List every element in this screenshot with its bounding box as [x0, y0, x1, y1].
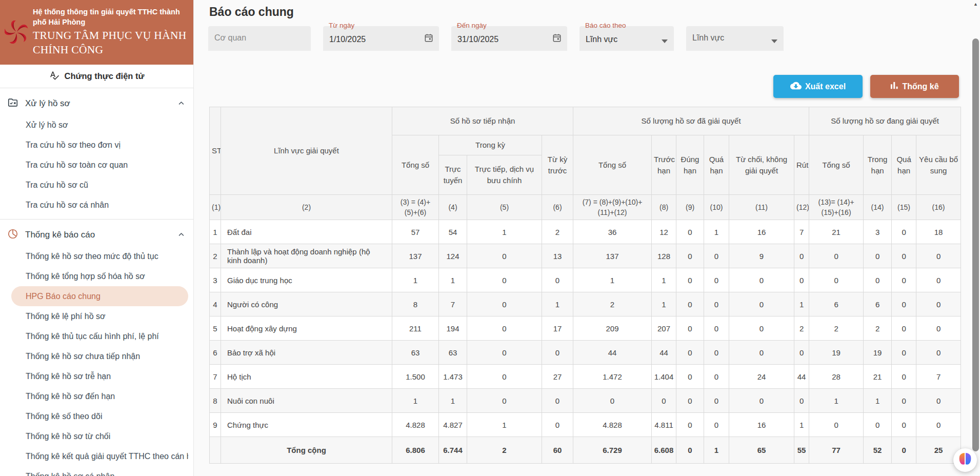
col-header-truoc-han: Trước hạn: [652, 135, 676, 195]
co-quan-input[interactable]: Cơ quan: [208, 26, 311, 51]
sidebar-item[interactable]: Thống kê thủ tục cấu hình phí, lệ phí: [11, 326, 188, 346]
column-number: (1): [210, 195, 221, 220]
sidebar-item[interactable]: Thống kê kết quả giải quyết TTHC theo cá…: [11, 446, 188, 466]
value-cell: 8: [392, 292, 439, 316]
value-cell: 63: [439, 341, 467, 365]
section-header-xu-ly-ho-so[interactable]: Xử lý hồ sơ: [0, 92, 193, 115]
sidebar-item[interactable]: Thống kê hồ sơ trễ hạn: [11, 366, 188, 386]
table-row: 9Chứng thực4.8284.827104.8284.8110016100…: [210, 413, 961, 437]
value-cell: 6: [864, 292, 892, 316]
value-cell: 0: [729, 316, 794, 341]
value-cell: 0: [704, 268, 729, 292]
table-row: 4Người có công87012100016600: [210, 292, 961, 316]
sidebar-item[interactable]: Thống kê lệ phí hồ sơ: [11, 306, 188, 326]
sidebar-header: Hệ thống thông tin giải quyết TTHC thành…: [0, 0, 193, 65]
sidebar-item[interactable]: Thống kê số theo dõi: [11, 406, 188, 426]
sidebar-item[interactable]: Tra cứu hồ sơ cũ: [11, 175, 188, 195]
bao-cao-theo-select[interactable]: Báo cáo theo Lĩnh vực: [579, 26, 674, 51]
value-cell: 0: [916, 413, 961, 437]
value-cell: 207: [652, 316, 676, 341]
sidebar-item[interactable]: Thống kê hồ sơ chưa tiếp nhận: [11, 346, 188, 366]
value-cell: 1: [573, 268, 652, 292]
main-content: Báo cáo chung Cơ quan Từ ngày 1/10/2025 …: [194, 0, 980, 476]
value-cell: 0: [573, 389, 652, 413]
sidebar-item[interactable]: Tra cứu hồ sơ toàn cơ quan: [11, 155, 188, 175]
value-cell: 44: [652, 341, 676, 365]
value-cell: 0: [794, 389, 809, 413]
total-value-cell: 6.744: [439, 437, 467, 464]
total-value-cell: 0: [892, 437, 916, 464]
value-cell: 0: [542, 268, 573, 292]
row-index-cell: 6: [210, 341, 221, 365]
export-excel-button[interactable]: Xuất excel: [773, 75, 863, 98]
table-row: 3Giáo dục trung học11001100000000: [210, 268, 961, 292]
chevron-up-icon[interactable]: [177, 100, 185, 110]
statistics-label: Thống kê: [902, 82, 938, 91]
row-index-cell: 2: [210, 244, 221, 268]
value-cell: 0: [892, 341, 916, 365]
sidebar-item[interactable]: Thống kê hồ sơ từ chối: [11, 426, 188, 446]
column-number: (4): [439, 195, 467, 220]
value-cell: 0: [916, 244, 961, 268]
value-cell: 0: [892, 292, 916, 316]
tu-ngay-datepicker[interactable]: Từ ngày 1/10/2025: [323, 26, 439, 51]
value-cell: 0: [676, 341, 704, 365]
col-header-tong-so: Tổng số: [573, 135, 652, 195]
total-value-cell: 6.806: [392, 437, 439, 464]
sidebar-item[interactable]: HPG Báo cáo chung: [11, 286, 188, 306]
calendar-icon[interactable]: [424, 33, 434, 45]
value-cell: 0: [467, 292, 542, 316]
value-cell: 0: [809, 268, 864, 292]
table-row: 6Bảo trợ xã hội63630044440000191900: [210, 341, 961, 365]
tu-ngay-value: 1/10/2025: [329, 35, 366, 44]
value-cell: 128: [652, 244, 676, 268]
den-ngay-datepicker[interactable]: Đến ngày 31/10/2025: [451, 26, 567, 51]
digital-cert-link[interactable]: Chứng thực điện tử: [0, 65, 193, 88]
bao-cao-theo-label: Báo cáo theo: [585, 22, 626, 29]
value-cell: 0: [704, 292, 729, 316]
sidebar-item[interactable]: Xử lý hồ sơ: [11, 115, 188, 135]
total-row: Tổng cộng6.8066.7442606.7296.60801655577…: [210, 437, 961, 464]
chevron-up-icon[interactable]: [177, 231, 185, 241]
total-value-cell: 77: [809, 437, 864, 464]
vertical-scrollbar[interactable]: ▲: [971, 0, 980, 476]
total-value-cell: 60: [542, 437, 573, 464]
col-header-tong-so: Tổng số: [809, 135, 864, 195]
value-cell: 0: [864, 244, 892, 268]
assistant-launcher[interactable]: [953, 448, 977, 472]
sidebar-item[interactable]: Thống kê hồ sơ cá nhân: [11, 466, 188, 476]
value-cell: 4.828: [573, 413, 652, 437]
sidebar-item[interactable]: Thống kê tổng hợp số hóa hồ sơ: [11, 266, 188, 286]
calendar-icon[interactable]: [552, 33, 562, 45]
linh-vuc-select[interactable]: Lĩnh vực: [686, 26, 784, 51]
value-cell: 2: [573, 292, 652, 316]
value-cell: 0: [794, 244, 809, 268]
sidebar-item[interactable]: Tra cứu hồ sơ theo đơn vị: [11, 135, 188, 155]
sidebar-item[interactable]: Thống kê hồ sơ theo mức độ thủ tục: [11, 246, 188, 266]
sidebar-item[interactable]: Thống kê hồ sơ đến hạn: [11, 386, 188, 406]
value-cell: 16: [729, 220, 794, 244]
total-value-cell: 0: [676, 437, 704, 464]
pie-chart-icon: [7, 228, 18, 242]
col-header-linh-vuc: Lĩnh vực giải quyết: [221, 107, 392, 195]
column-number: (13)= (14)+(15)+(16): [809, 195, 864, 220]
sidebar-item[interactable]: Tra cứu hồ sơ cá nhân: [11, 195, 188, 215]
value-cell: 0: [729, 389, 794, 413]
value-cell: 1.473: [439, 365, 467, 389]
value-cell: 0: [916, 389, 961, 413]
chevron-down-icon: [662, 36, 668, 46]
col-header-trong-han: Trong hạn: [864, 135, 892, 195]
value-cell: 1: [704, 220, 729, 244]
scrollbar-thumb[interactable]: [972, 38, 979, 451]
assistant-brain-icon: [957, 451, 973, 469]
statistics-button[interactable]: Thống kê: [870, 75, 959, 98]
row-index-cell: 5: [210, 316, 221, 341]
section-header-thong-ke-bao-cao[interactable]: Thống kê báo cáo: [0, 224, 193, 246]
system-title: Hệ thống thông tin giải quyết TTHC thành…: [33, 7, 187, 27]
value-cell: 2: [864, 316, 892, 341]
scroll-up-arrow[interactable]: ▲: [971, 0, 980, 7]
column-number: (2): [221, 195, 392, 220]
value-cell: 1.472: [573, 365, 652, 389]
value-cell: 1: [392, 268, 439, 292]
value-cell: 4.828: [392, 413, 439, 437]
